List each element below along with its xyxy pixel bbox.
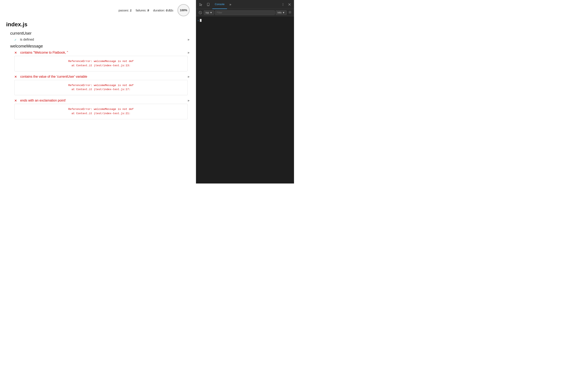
svg-point-3 bbox=[283, 4, 283, 4]
error-text-1: ReferenceError: welcomeMessage is not de… bbox=[18, 59, 183, 68]
error-box-2: ReferenceError: welcomeMessage is not de… bbox=[14, 80, 188, 95]
test-results-panel: passes: 1 failures: 9 duration: 0.01s 10… bbox=[0, 0, 196, 184]
console-body[interactable]: › bbox=[196, 16, 294, 184]
fail-icon-1: ✕ bbox=[14, 51, 17, 55]
inspect-element-button[interactable] bbox=[198, 1, 204, 8]
devtools-header: Console » bbox=[196, 0, 294, 9]
duration-label: duration: 0.01s bbox=[153, 8, 173, 12]
error-text-2: ReferenceError: welcomeMessage is not de… bbox=[18, 83, 183, 92]
error-box-1: ReferenceError: welcomeMessage is not de… bbox=[14, 56, 188, 71]
expand-arrow-2[interactable]: ▶ bbox=[188, 75, 190, 78]
expand-arrow-is-defined[interactable]: ▶ bbox=[188, 38, 190, 41]
console-prompt: › bbox=[198, 18, 292, 23]
svg-point-9 bbox=[290, 12, 291, 13]
more-tabs-button[interactable]: » bbox=[228, 3, 233, 6]
device-mode-button[interactable] bbox=[205, 1, 212, 8]
svg-line-8 bbox=[199, 12, 201, 13]
test-row-contains-currentuser: ✕ contains the value of the 'currentUser… bbox=[14, 75, 190, 79]
fail-icon-2: ✕ bbox=[14, 75, 17, 79]
error-box-3: ReferenceError: welcomeMessage is not de… bbox=[14, 104, 188, 119]
suite-current-user: currentUser ✓ is defined ▶ bbox=[6, 31, 190, 42]
devtools-menu-button[interactable] bbox=[280, 2, 286, 7]
console-settings-button[interactable] bbox=[287, 11, 292, 15]
test-label-is-defined: is defined bbox=[20, 38, 34, 42]
clear-console-button[interactable] bbox=[198, 10, 203, 15]
stats-bar: passes: 1 failures: 9 duration: 0.01s 10… bbox=[6, 4, 190, 16]
svg-rect-1 bbox=[208, 5, 209, 6]
expand-arrow-3[interactable]: ▶ bbox=[188, 99, 190, 102]
console-chevron-icon: › bbox=[198, 19, 199, 22]
suite-title-current-user: currentUser bbox=[10, 31, 190, 36]
progress-circle: 100% bbox=[177, 4, 190, 16]
suite-title-welcome-message: welcomeMessage bbox=[10, 44, 190, 49]
test-label-exclamation: ends with an exclamation point! bbox=[20, 99, 66, 102]
test-label-contains-currentuser: contains the value of the 'currentUser' … bbox=[20, 75, 87, 78]
svg-point-4 bbox=[283, 5, 283, 6]
devtools-close-button[interactable] bbox=[287, 2, 292, 7]
test-label-welcome-contains: contains "Welcome to Flatbook, " bbox=[20, 51, 68, 54]
failures-label: failures: 9 bbox=[136, 8, 149, 12]
svg-point-2 bbox=[283, 3, 283, 3]
log-level-selector[interactable]: Info ▼ bbox=[276, 10, 287, 15]
test-row-welcome-contains: ✕ contains "Welcome to Flatbook, " ▶ bbox=[14, 50, 190, 55]
passes-label: passes: 1 bbox=[118, 8, 131, 12]
console-filter-input[interactable]: Filter bbox=[215, 10, 275, 15]
tab-console[interactable]: Console bbox=[212, 0, 227, 9]
expand-arrow-1[interactable]: ▶ bbox=[188, 51, 190, 54]
fail-icon-3: ✕ bbox=[14, 99, 17, 103]
devtools-panel: Console » top bbox=[196, 0, 294, 184]
console-cursor bbox=[200, 19, 201, 22]
error-text-3: ReferenceError: welcomeMessage is not de… bbox=[18, 107, 183, 116]
pass-icon: ✓ bbox=[14, 38, 17, 42]
test-row-exclamation: ✕ ends with an exclamation point! ▶ bbox=[14, 99, 190, 103]
suite-welcome-message: welcomeMessage ✕ contains "Welcome to Fl… bbox=[6, 44, 190, 119]
test-row-is-defined: ✓ is defined ▶ bbox=[14, 38, 190, 42]
console-context-selector[interactable]: top ▼ bbox=[204, 10, 214, 15]
file-title: index.js bbox=[6, 21, 190, 28]
console-toolbar: top ▼ Filter Info ▼ bbox=[196, 9, 294, 16]
